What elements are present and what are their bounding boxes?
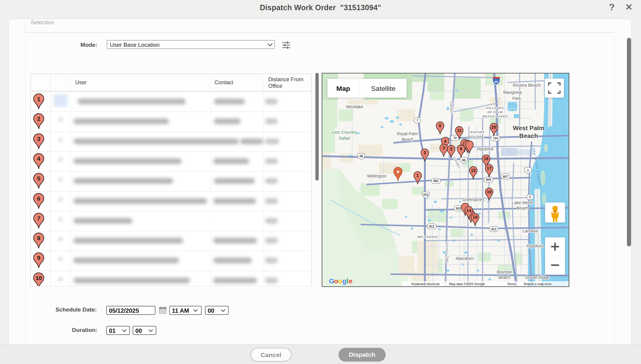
- svg-text:812: 812: [429, 225, 435, 228]
- svg-text:4: 4: [37, 156, 41, 162]
- svg-text:812: 812: [491, 228, 497, 231]
- svg-text:3: 3: [37, 136, 41, 142]
- svg-text:98: 98: [462, 159, 465, 162]
- svg-text:3: 3: [443, 145, 445, 150]
- svg-text:6: 6: [439, 123, 441, 128]
- svg-text:Report a map error: Report a map error: [524, 282, 552, 286]
- svg-text:CENTURY: CENTURY: [468, 130, 485, 134]
- svg-text:Florida's: Florida's: [449, 102, 453, 114]
- svg-text:Terms: Terms: [507, 282, 516, 286]
- svg-text:441: 441: [423, 193, 429, 196]
- svg-text:1: 1: [417, 173, 419, 178]
- svg-text:98: 98: [360, 155, 363, 158]
- svg-text:Beach: Beach: [498, 275, 510, 280]
- svg-text:Wellington: Wellington: [367, 174, 387, 178]
- svg-text:16: 16: [484, 156, 489, 161]
- svg-text:Lantana: Lantana: [522, 228, 538, 233]
- svg-text:Riviera Beach: Riviera Beach: [513, 82, 541, 88]
- svg-text:Boynton: Boynton: [497, 270, 512, 274]
- svg-text:Safari: Safari: [339, 136, 350, 141]
- svg-text:VILLAGES: VILLAGES: [486, 106, 504, 110]
- svg-text:2: 2: [37, 116, 41, 122]
- svg-text:17: 17: [487, 166, 492, 171]
- svg-text:Greenacres: Greenacres: [462, 197, 484, 202]
- svg-text:g: g: [342, 277, 347, 285]
- svg-text:l: l: [347, 277, 348, 285]
- svg-text:809: 809: [486, 178, 491, 181]
- svg-text:Lake Worth: Lake Worth: [512, 200, 533, 205]
- svg-text:Park: Park: [512, 96, 521, 101]
- svg-text:Royal Palm: Royal Palm: [397, 131, 418, 136]
- svg-text:7: 7: [37, 215, 41, 222]
- svg-text:807: 807: [503, 175, 508, 178]
- svg-text:Beach: Beach: [402, 137, 414, 142]
- svg-text:11: 11: [457, 128, 462, 133]
- svg-text:o: o: [338, 277, 342, 285]
- svg-text:4: 4: [444, 139, 446, 144]
- svg-text:OF PALM: OF PALM: [487, 110, 503, 114]
- svg-text:Map data ©2025 Google: Map data ©2025 Google: [449, 282, 485, 286]
- svg-text:Ocean Ridge: Ocean Ridge: [525, 275, 550, 280]
- svg-text:Map: Map: [336, 85, 350, 92]
- svg-text:5: 5: [37, 175, 41, 182]
- svg-text:10: 10: [35, 275, 42, 281]
- svg-text:Westlake: Westlake: [346, 105, 363, 109]
- svg-text:20: 20: [492, 125, 496, 130]
- svg-text:8: 8: [37, 235, 41, 241]
- svg-text:BELLAGGIO: BELLAGGIO: [417, 235, 438, 238]
- svg-text:1: 1: [37, 96, 41, 102]
- svg-text:802: 802: [456, 207, 462, 210]
- svg-text:Keyboard shortcuts: Keyboard shortcuts: [411, 282, 440, 286]
- svg-text:Aberdeen: Aberdeen: [456, 256, 474, 261]
- svg-text:BEACH LAKES: BEACH LAKES: [483, 115, 507, 118]
- svg-text:Lion Country: Lion Country: [332, 130, 357, 135]
- svg-text:West Palm: West Palm: [513, 124, 544, 131]
- svg-text:★: ★: [396, 169, 400, 174]
- svg-text:5: 5: [529, 195, 531, 199]
- svg-text:Satellite: Satellite: [371, 85, 396, 92]
- svg-text:9: 9: [37, 255, 41, 261]
- svg-text:Florida's Tpke: Florida's Tpke: [445, 242, 449, 263]
- svg-text:14: 14: [466, 208, 471, 213]
- svg-text:Hypoluxo: Hypoluxo: [526, 243, 544, 248]
- svg-text:704: 704: [493, 137, 498, 140]
- svg-text:G: G: [329, 277, 334, 285]
- svg-text:1: 1: [527, 169, 529, 172]
- svg-text:Haverhill: Haverhill: [477, 147, 493, 151]
- svg-text:95: 95: [495, 80, 498, 83]
- svg-text:e: e: [349, 277, 353, 285]
- svg-text:2: 2: [424, 150, 426, 155]
- svg-text:19: 19: [487, 189, 492, 194]
- svg-text:12: 12: [471, 168, 476, 173]
- svg-text:8: 8: [460, 146, 462, 151]
- svg-text:5: 5: [450, 147, 452, 151]
- svg-text:18: 18: [473, 215, 477, 219]
- svg-text:7: 7: [417, 119, 418, 122]
- svg-text:Mangonia: Mangonia: [503, 90, 522, 95]
- svg-text:o: o: [334, 277, 338, 285]
- svg-text:6: 6: [37, 195, 41, 202]
- svg-text:VILLAGE: VILLAGE: [469, 135, 484, 138]
- svg-text:882: 882: [433, 179, 439, 183]
- svg-text:Beach: Beach: [517, 206, 529, 210]
- svg-text:70: 70: [453, 136, 457, 140]
- svg-text:Beach: Beach: [519, 132, 538, 139]
